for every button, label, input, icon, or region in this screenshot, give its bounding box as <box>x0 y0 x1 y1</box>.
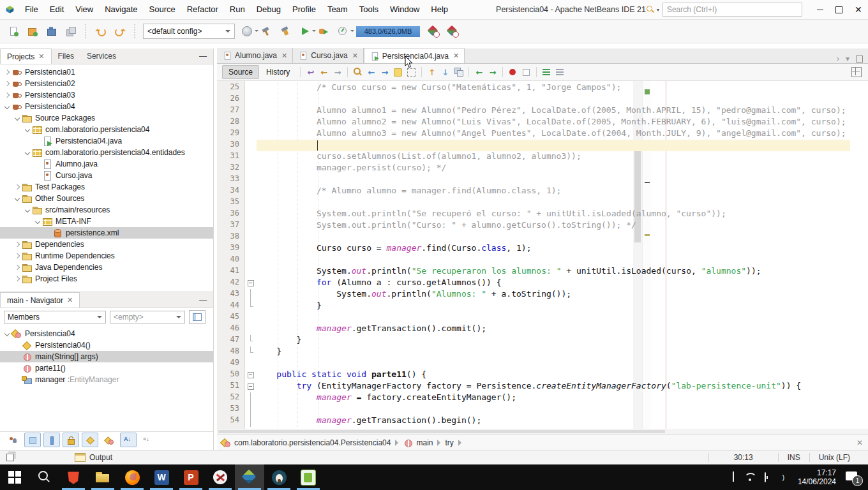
show-static-members-button[interactable] <box>43 433 60 447</box>
chevron-right-icon[interactable] <box>13 182 22 191</box>
navigator-tree-item[interactable]: Persistencia04() <box>0 339 213 351</box>
source-view-button[interactable]: Source <box>222 65 259 79</box>
project-tree-item[interactable]: Source Packages <box>0 112 213 124</box>
maximize-editor-icon[interactable] <box>856 56 863 63</box>
menu-team[interactable]: Team <box>322 0 354 19</box>
editor-tab-alumno-java[interactable]: Alumno.java✕ <box>217 48 293 63</box>
menu-refactor[interactable]: Refactor <box>181 0 224 19</box>
taskbar-brave[interactable] <box>59 464 88 490</box>
project-tree-item[interactable]: Persistencia03 <box>0 89 213 101</box>
fold-marker[interactable] <box>246 301 257 312</box>
navigator-tree-item[interactable]: main(String[] args) <box>0 351 213 362</box>
editor-tab-curso-java[interactable]: Curso.java✕ <box>293 48 364 63</box>
tray-expand-icon[interactable] <box>725 464 742 490</box>
project-tree-item[interactable]: Dependencies <box>0 239 213 250</box>
navigator-tree-item[interactable]: Persistencia04 <box>0 328 213 339</box>
fold-marker[interactable] <box>246 335 257 346</box>
close-button[interactable]: ✕ <box>849 0 868 19</box>
stop-macro-recording-icon[interactable] <box>520 66 533 78</box>
menu-profile[interactable]: Profile <box>287 0 322 19</box>
project-tree-item[interactable]: Other Sources <box>0 193 213 204</box>
show-inherited-members-button[interactable] <box>5 433 22 447</box>
search-dropdown-caret[interactable]: ▾ <box>657 7 659 13</box>
undo-button[interactable] <box>92 23 110 40</box>
open-project-button[interactable] <box>43 23 61 40</box>
find-selection-icon[interactable] <box>351 66 364 78</box>
code-fold-gutter[interactable] <box>246 81 257 429</box>
chevron-right-icon[interactable] <box>3 91 11 100</box>
minimize-panel-icon[interactable]: — <box>199 52 207 61</box>
horizontal-scrollbar[interactable] <box>217 429 868 434</box>
taskbar-notepad-plus-plus[interactable] <box>294 464 323 490</box>
project-tree-item[interactable]: com.laboratorio.persistencia04 <box>0 124 213 135</box>
jump-back-icon[interactable]: ← <box>317 66 331 78</box>
notification-center-icon[interactable]: 1 <box>842 464 864 490</box>
start-macro-recording-icon[interactable] <box>506 66 520 78</box>
duplicate-line-icon[interactable] <box>452 66 465 78</box>
fold-marker[interactable] <box>246 278 257 289</box>
show-fields-button[interactable] <box>24 433 41 447</box>
fold-marker[interactable] <box>246 346 257 358</box>
project-tree-item[interactable]: Persistencia02 <box>0 78 213 89</box>
close-icon[interactable]: ✕ <box>38 52 44 61</box>
taskbar-clock[interactable]: 17:17 14/06/2024 <box>791 468 842 486</box>
chevron-down-icon[interactable] <box>23 205 32 214</box>
debug-button[interactable] <box>315 23 333 40</box>
uncomment-lines-icon[interactable] <box>553 66 567 78</box>
menu-file[interactable]: File <box>19 0 44 19</box>
shift-line-right-icon[interactable]: → <box>486 66 499 78</box>
profile-button[interactable] <box>334 23 352 40</box>
project-tree-item[interactable]: com.laboratorio.persistencia04.entidades <box>0 147 213 158</box>
tab-projects[interactable]: Projects ✕ <box>0 48 52 64</box>
output-window-button[interactable]: Output <box>71 451 116 464</box>
code-view[interactable]: /* Curso curso = new Curso("Matemáticas"… <box>257 81 850 429</box>
show-factory-methods-button[interactable] <box>101 433 117 447</box>
menu-run[interactable]: Run <box>224 0 251 19</box>
fold-marker[interactable] <box>246 381 257 392</box>
editor-tab-persistencia04-java[interactable]: Persistencia04.java✕ <box>364 48 465 63</box>
chevron-right-icon[interactable] <box>13 274 22 283</box>
build-button[interactable] <box>257 23 275 40</box>
minimize-button[interactable] <box>811 0 830 19</box>
project-tree-item[interactable]: persistence.xml <box>0 227 213 239</box>
minimized-windows-icon[interactable] <box>6 454 14 461</box>
menu-view[interactable]: View <box>70 0 99 19</box>
save-all-button[interactable] <box>62 23 80 40</box>
taskbar-firefox[interactable] <box>117 464 147 490</box>
filter-combobox[interactable]: <empty> <box>110 311 185 323</box>
chevron-right-icon[interactable] <box>3 79 11 88</box>
breadcrumb-item[interactable]: main <box>403 438 433 448</box>
volume-icon[interactable] <box>775 464 791 490</box>
redo-button[interactable] <box>111 23 129 40</box>
menu-source[interactable]: Source <box>144 0 181 19</box>
menu-debug[interactable]: Debug <box>251 0 287 19</box>
chevron-down-icon[interactable] <box>3 102 11 111</box>
last-edit-location-icon[interactable]: ↩ <box>304 66 317 78</box>
tab-navigator[interactable]: main - Navigator ✕ <box>0 292 80 308</box>
breadcrumb-close[interactable]: ✕ <box>857 438 863 447</box>
taskbar-file-explorer[interactable] <box>88 464 117 490</box>
project-tree-item[interactable]: src/main/resources <box>0 204 213 216</box>
chevron-down-icon[interactable] <box>3 329 11 338</box>
find-next-occurrence-icon[interactable]: → <box>378 66 391 78</box>
chevron-down-icon[interactable] <box>33 217 42 226</box>
close-icon[interactable]: ✕ <box>453 52 459 60</box>
project-tree-item[interactable]: Test Packages <box>0 181 213 193</box>
chevron-down-icon[interactable] <box>13 194 22 203</box>
new-project-button[interactable] <box>24 23 41 40</box>
fold-marker[interactable] <box>246 415 257 427</box>
chevron-right-icon[interactable] <box>13 263 22 272</box>
fold-marker[interactable] <box>246 289 257 301</box>
tab-services[interactable]: Services <box>80 49 123 64</box>
sort-by-source-button[interactable]: ≡↓ <box>139 433 156 447</box>
search-icon[interactable] <box>646 5 655 14</box>
chevron-down-icon[interactable] <box>13 114 22 122</box>
toggle-highlight-search-icon[interactable] <box>391 66 405 78</box>
chevron-right-icon[interactable] <box>3 68 11 77</box>
navigator-tree-item[interactable]: manager : EntityManager <box>0 374 213 385</box>
wifi-icon[interactable] <box>742 464 758 490</box>
taskbar-powerpoint[interactable]: P <box>176 464 206 490</box>
fold-marker[interactable] <box>246 404 257 415</box>
taskbar-word[interactable]: W <box>147 464 176 490</box>
search-input[interactable]: Search (Ctrl+I) <box>662 3 802 17</box>
